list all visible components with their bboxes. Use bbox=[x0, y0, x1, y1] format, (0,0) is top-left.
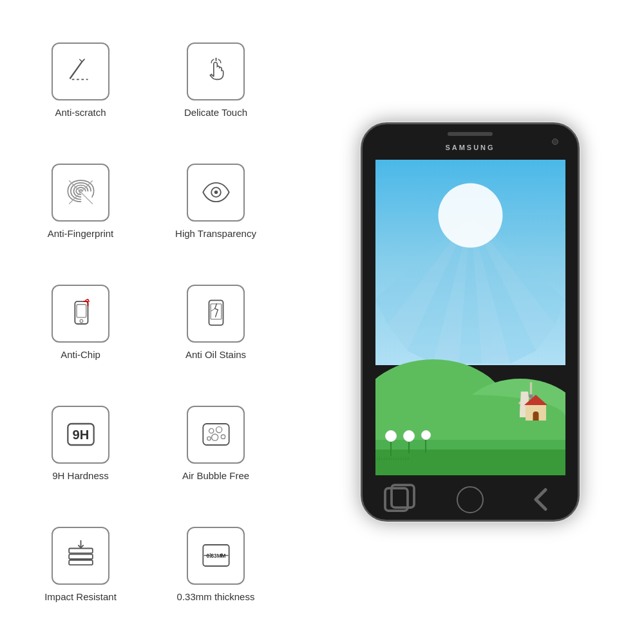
air-bubble-icon-box bbox=[187, 406, 245, 464]
svg-point-10 bbox=[80, 319, 83, 323]
delicate-touch-label: Delicate Touch bbox=[184, 107, 247, 118]
screen-wallpaper bbox=[375, 160, 565, 475]
touch-icon bbox=[198, 53, 234, 89]
anti-scratch-label: Anti-scratch bbox=[55, 107, 106, 118]
feature-delicate-touch: Delicate Touch bbox=[148, 19, 283, 140]
high-transparency-label: High Transparency bbox=[175, 228, 256, 239]
svg-point-18 bbox=[211, 434, 218, 440]
phone-bottom-bar bbox=[363, 475, 578, 524]
thickness-icon: 0.33MM bbox=[198, 538, 234, 573]
anti-chip-icon-box bbox=[52, 285, 109, 343]
anti-chip-label: Anti-Chip bbox=[61, 349, 100, 360]
features-panel: Anti-scratch Delicate Touch bbox=[0, 0, 296, 644]
svg-rect-22 bbox=[69, 554, 93, 559]
eye-icon bbox=[198, 175, 234, 210]
anti-scratch-icon-box bbox=[52, 43, 109, 100]
9h-icon: 9H bbox=[63, 417, 99, 452]
svg-text:0.33MM: 0.33MM bbox=[206, 553, 225, 559]
feature-anti-chip: Anti-Chip bbox=[13, 261, 148, 383]
svg-point-19 bbox=[221, 435, 225, 439]
delicate-touch-icon-box bbox=[187, 43, 245, 100]
home-btn[interactable] bbox=[457, 486, 484, 513]
svg-rect-9 bbox=[77, 305, 86, 317]
svg-line-0 bbox=[70, 62, 82, 79]
phone-speaker bbox=[448, 132, 493, 136]
feature-9h-hardness: 9H 9H Hardness bbox=[13, 383, 148, 504]
svg-point-17 bbox=[216, 427, 222, 433]
phone-screen bbox=[375, 160, 565, 475]
scratch-icon bbox=[63, 53, 99, 89]
phone-panel: SAMSUNG bbox=[296, 0, 644, 644]
air-bubble-label: Air Bubble Free bbox=[182, 470, 249, 481]
recent-apps-btn bbox=[382, 482, 417, 517]
thickness-icon-box: 0.33MM bbox=[187, 527, 245, 585]
feature-anti-oil: Anti Oil Stains bbox=[148, 261, 283, 383]
svg-point-7 bbox=[214, 191, 218, 194]
svg-point-20 bbox=[207, 437, 211, 440]
phone-camera bbox=[552, 138, 558, 145]
thickness-label: 0.33mm thickness bbox=[177, 591, 255, 602]
phone-brand: SAMSUNG bbox=[445, 144, 495, 151]
svg-rect-21 bbox=[69, 549, 93, 553]
bubble-icon bbox=[198, 417, 234, 452]
feature-anti-scratch: Anti-scratch bbox=[13, 19, 148, 140]
feature-thickness: 0.33MM 0.33mm thickness bbox=[148, 504, 283, 625]
anti-oil-icon-box bbox=[187, 285, 245, 343]
impact-icon bbox=[63, 538, 99, 573]
feature-impact-resistant: Impact Resistant bbox=[13, 504, 148, 625]
9h-hardness-label: 9H Hardness bbox=[52, 470, 109, 481]
impact-resistant-icon-box bbox=[52, 527, 109, 585]
svg-point-16 bbox=[209, 428, 213, 433]
phone-device: SAMSUNG bbox=[361, 122, 580, 522]
chip-icon bbox=[63, 296, 99, 331]
impact-resistant-label: Impact Resistant bbox=[44, 591, 117, 602]
anti-oil-label: Anti Oil Stains bbox=[185, 349, 246, 360]
svg-rect-23 bbox=[69, 560, 93, 565]
phone-top-bar: SAMSUNG bbox=[363, 124, 578, 160]
svg-point-37 bbox=[439, 184, 503, 248]
svg-line-3 bbox=[79, 59, 82, 62]
9h-hardness-icon-box: 9H bbox=[52, 406, 109, 464]
back-btn bbox=[523, 482, 558, 517]
fingerprint-icon bbox=[63, 175, 99, 210]
svg-line-1 bbox=[82, 59, 84, 62]
feature-air-bubble: Air Bubble Free bbox=[148, 383, 283, 504]
svg-text:9H: 9H bbox=[72, 428, 89, 442]
anti-fingerprint-label: Anti-Fingerprint bbox=[48, 228, 114, 239]
anti-fingerprint-icon-box bbox=[52, 164, 109, 222]
feature-anti-fingerprint: Anti-Fingerprint bbox=[13, 140, 148, 261]
svg-rect-42 bbox=[385, 488, 408, 511]
oil-icon bbox=[198, 296, 234, 331]
svg-rect-43 bbox=[392, 485, 414, 507]
feature-high-transparency: High Transparency bbox=[148, 140, 283, 261]
high-transparency-icon-box bbox=[187, 164, 245, 222]
